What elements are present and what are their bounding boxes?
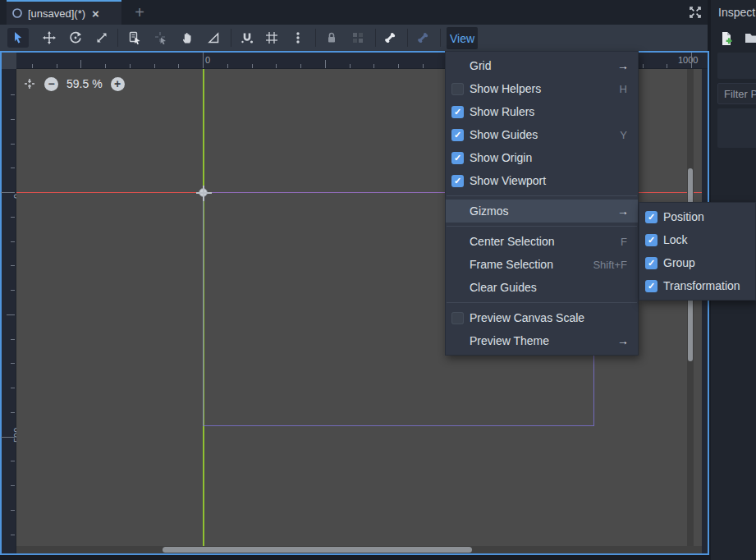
horizontal-scrollbar[interactable] (16, 546, 702, 553)
ruler-tick (1, 192, 15, 193)
ruler-vertical[interactable]: 0 500 (2, 69, 16, 553)
ruler-tick (227, 64, 228, 68)
menu-item-grid[interactable]: Grid (446, 54, 638, 77)
canvas-toolbar: View (0, 25, 708, 51)
zoom-in-button[interactable]: + (111, 77, 125, 91)
menu-item-show-origin[interactable]: Show Origin (446, 146, 638, 169)
ruler-tick (11, 510, 15, 511)
new-scene-tab-button[interactable]: + (130, 0, 149, 25)
submenu-item-position[interactable]: Position (639, 205, 755, 228)
checkbox (451, 152, 464, 164)
zoom-percent-label[interactable]: 59.5 % (66, 77, 103, 90)
menu-item-show-helpers[interactable]: Show HelpersH (446, 77, 638, 100)
checkbox (645, 234, 657, 246)
checkbox (645, 211, 657, 223)
menu-item-show-rulers[interactable]: Show Rulers (446, 100, 638, 123)
submenu-item-transformation[interactable]: Transformation (639, 274, 755, 297)
ruler-tick (11, 363, 15, 364)
checkbox (451, 129, 464, 141)
ruler-tick (11, 535, 15, 535)
checkbox (451, 83, 464, 95)
scene-tab-unsaved[interactable]: [unsaved](*) × (7, 0, 121, 25)
frame-selection-icon[interactable] (23, 77, 36, 90)
origin-marker (199, 188, 208, 197)
new-resource-icon[interactable] (719, 31, 734, 46)
ruler-tick (11, 485, 15, 486)
ruler-tick (300, 64, 301, 68)
ruler-tick (252, 64, 253, 68)
skeleton-bone-icon[interactable] (379, 28, 401, 48)
smart-snap-icon[interactable] (236, 28, 258, 48)
menu-separator (447, 302, 637, 303)
ruler-tick (373, 64, 374, 68)
ruler-tick (643, 64, 644, 68)
menu-item-gizmos[interactable]: Gizmos (446, 200, 638, 223)
select-tool-icon[interactable] (7, 28, 29, 48)
scale-tool-icon[interactable] (91, 28, 112, 48)
filter-properties-input[interactable]: Filter P (717, 83, 756, 104)
ruler-tick (105, 64, 106, 68)
inspector-header-box (717, 53, 756, 79)
vertical-scrollbar[interactable] (687, 69, 694, 546)
ruler-tool-icon[interactable] (203, 28, 224, 48)
toolbar-separator (375, 29, 376, 47)
zoom-out-button[interactable]: − (44, 77, 58, 91)
close-tab-icon[interactable]: × (92, 7, 99, 21)
pan-tool-icon[interactable] (176, 28, 198, 48)
ruler-tick (11, 241, 15, 242)
skeleton-options-icon[interactable] (412, 28, 433, 48)
ruler-tick (11, 119, 15, 120)
load-resource-folder-icon[interactable] (745, 31, 756, 46)
menu-item-show-viewport[interactable]: Show Viewport (446, 169, 638, 192)
view-menu-popup: Grid Show HelpersH Show Rulers Show Guid… (445, 51, 639, 356)
toolbar-separator (407, 29, 408, 47)
view-menu-button[interactable]: View (447, 27, 478, 49)
ruler-tick (80, 60, 81, 68)
ruler-tick (691, 53, 692, 68)
ruler-tick (11, 388, 15, 388)
menu-item-frame-selection[interactable]: Frame SelectionShift+F (446, 253, 638, 276)
ruler-tick (11, 168, 15, 168)
ungroup-object-icon[interactable] (347, 28, 369, 48)
scene-node-circle-icon (11, 7, 23, 19)
toolbar-separator (440, 29, 441, 47)
menu-item-preview-theme[interactable]: Preview Theme (446, 329, 638, 352)
lock-object-icon[interactable] (321, 28, 342, 48)
ruler-tick (325, 60, 326, 68)
ruler-tick (178, 64, 179, 68)
ruler-tick (11, 290, 15, 291)
checkbox (451, 106, 464, 118)
rotate-tool-icon[interactable] (65, 28, 86, 48)
menu-item-preview-canvas-scale[interactable]: Preview Canvas Scale (446, 306, 638, 329)
inspector-title: Inspect (718, 6, 755, 19)
menu-item-show-guides[interactable]: Show GuidesY (446, 123, 638, 146)
submenu-item-group[interactable]: Group (639, 251, 755, 274)
toolbar-separator (117, 29, 118, 47)
ruler-tick (11, 461, 15, 461)
snap-options-icon[interactable] (287, 28, 309, 48)
ruler-label: 0 (205, 55, 210, 65)
ruler-corner (2, 53, 16, 69)
ruler-tick (57, 64, 57, 68)
submenu-item-lock[interactable]: Lock (639, 228, 755, 251)
ruler-tick (276, 64, 277, 68)
ruler-tick (423, 64, 424, 68)
checkbox (645, 257, 657, 269)
list-select-tool-icon[interactable] (124, 28, 145, 48)
grid-snap-icon[interactable] (261, 28, 282, 48)
ruler-tick (203, 53, 204, 68)
toolbar-separator (231, 29, 231, 47)
move-tool-icon[interactable] (39, 28, 60, 48)
position-select-tool-icon[interactable] (150, 28, 172, 48)
menu-item-clear-guides[interactable]: Clear Guides (446, 276, 638, 299)
ruler-tick (1, 437, 15, 438)
horizontal-scrollbar-thumb[interactable] (163, 547, 472, 553)
ruler-tick (11, 265, 15, 266)
scene-tab-bar: [unsaved](*) × + (0, 0, 708, 25)
ruler-tick (667, 64, 667, 68)
distraction-free-icon[interactable] (686, 3, 704, 21)
menu-item-center-selection[interactable]: Center SelectionF (446, 230, 638, 253)
ruler-tick (398, 64, 399, 68)
checkbox (645, 280, 657, 292)
scene-tab-label: [unsaved](*) (28, 7, 85, 20)
